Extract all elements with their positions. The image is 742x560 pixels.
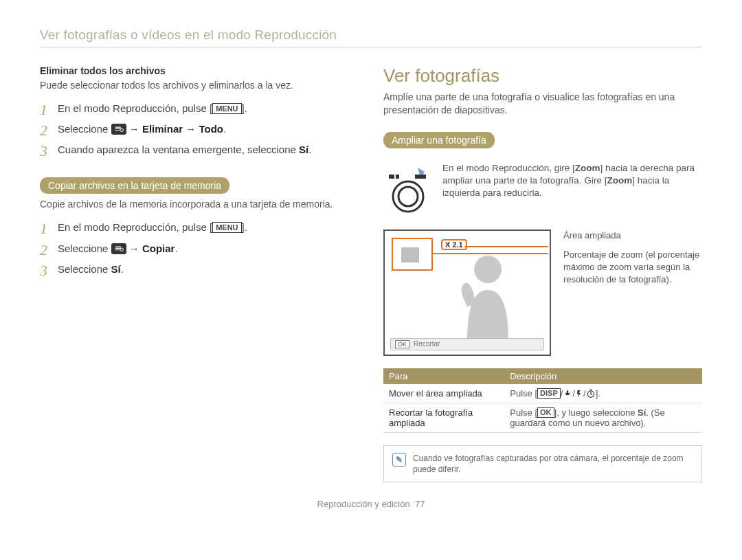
step-text: Seleccione → Copiar. (58, 242, 178, 256)
right-column: Ver fotografías Amplíe una parte de una … (383, 65, 702, 482)
trim-bar: OK Recortar (390, 338, 544, 350)
step-number: 1 (40, 102, 58, 118)
menu-button-icon: MENU (212, 222, 241, 233)
step-text: Seleccione Sí. (58, 262, 124, 276)
zoom-area-indicator (392, 238, 433, 271)
delete-all-steps: 1 En el modo Reproducción, pulse [MENU].… (40, 102, 359, 160)
delete-all-desc: Puede seleccionar todos los archivos y e… (40, 79, 359, 92)
table-row: Recortar la fotografía ampliada Pulse [O… (383, 403, 702, 432)
zoom-area-inner (401, 247, 419, 262)
tool-gear-icon (111, 243, 126, 254)
step-item: 1 En el modo Reproducción, pulse [MENU]. (40, 221, 359, 237)
svg-rect-5 (422, 175, 426, 179)
table-cell: Mover el área ampliada (383, 384, 504, 403)
svg-point-0 (120, 128, 123, 132)
zoom-dial-icon (383, 162, 433, 217)
view-photos-intro: Amplíe una parte de una fotografía o vis… (383, 91, 702, 117)
text: Pulse [ (510, 407, 537, 418)
step-item: 3 Cuando aparezca la ventana emergente, … (40, 143, 359, 159)
enlarge-pill: Ampliar una fotografía (383, 132, 495, 148)
disp-button-icon: DISP (537, 388, 561, 399)
text: . (223, 123, 226, 135)
table-cell: Pulse [OK], y luego seleccione Sí. (Se g… (504, 403, 702, 432)
menu-button-icon: MENU (212, 103, 241, 114)
text: Sí (638, 407, 646, 418)
text: . (175, 243, 177, 254)
text: . (308, 144, 311, 155)
table-row: Mover el área ampliada Pulse [DISP///]. (383, 384, 702, 403)
text: → (183, 123, 199, 135)
area-label: Área ampliada (563, 229, 702, 242)
svg-rect-2 (389, 175, 394, 179)
tool-gear-icon (111, 124, 126, 135)
text: Zoom (575, 163, 600, 173)
footer-label: Reproducción y edición (317, 499, 410, 509)
step-item: 2 Seleccione → Eliminar → Todo. (40, 122, 359, 139)
timer-icon (586, 389, 596, 399)
step-text: Seleccione → Eliminar → Todo. (58, 122, 226, 136)
svg-rect-4 (415, 175, 422, 179)
text: ]. (596, 388, 600, 399)
table-cell: Recortar la fotografía ampliada (383, 403, 504, 432)
manual-page: Ver fotografías o vídeos en el modo Repr… (0, 0, 742, 560)
text: En el modo Reproducción, pulse [ (58, 102, 212, 114)
step-text: En el modo Reproducción, pulse [MENU]. (58, 221, 247, 234)
page-number: 77 (415, 499, 425, 509)
zoom-text: En el modo Reproducción, gire [Zoom] hac… (442, 162, 702, 200)
preview-labels: Área ampliada Porcentaje de zoom (el por… (563, 229, 702, 356)
note-text: Cuando ve fotografías capturadas por otr… (413, 453, 693, 475)
text: Pulse [ (510, 388, 537, 399)
svg-point-7 (398, 187, 418, 206)
text: ]. (242, 221, 247, 233)
step-text: Cuando aparezca la ventana emergente, se… (58, 143, 311, 157)
zoom-percentage-badge: X 2.1 (441, 239, 467, 250)
text: Sí (299, 144, 308, 155)
left-column: Eliminar todos los archivos Puede selecc… (40, 65, 359, 482)
actions-table: Para Descripción Mover el área ampliada … (383, 368, 702, 433)
text: Todo (199, 123, 223, 135)
step-number: 3 (40, 262, 58, 279)
page-footer: Reproducción y edición 77 (40, 499, 702, 509)
delete-all-heading: Eliminar todos los archivos (40, 65, 359, 76)
text: Seleccione (58, 243, 111, 254)
step-item: 1 En el modo Reproducción, pulse [MENU]. (40, 102, 359, 118)
copy-desc: Copie archivos de la memoria incorporada… (40, 198, 359, 211)
text: Copiar (142, 243, 175, 254)
text: → (129, 243, 142, 254)
view-photos-title: Ver fotografías (383, 65, 702, 87)
step-number: 2 (40, 122, 58, 139)
person-silhouette-icon (447, 251, 529, 341)
step-number: 1 (40, 221, 58, 237)
ratio-label: Porcentaje de zoom (el porcentaje máximo… (563, 249, 702, 287)
table-header-row: Para Descripción (383, 368, 702, 384)
text: En el modo Reproducción, gire [ (442, 163, 575, 173)
zoom-instruction: En el modo Reproducción, gire [Zoom] hac… (383, 162, 702, 217)
camera-screen-preview: X 2.1 OK Recortar (383, 229, 551, 356)
ok-mini-icon: OK (395, 340, 409, 348)
svg-point-8 (474, 256, 502, 283)
copy-steps: 1 En el modo Reproducción, pulse [MENU].… (40, 221, 359, 279)
text: Cuando aparezca la ventana emergente, se… (58, 144, 299, 155)
svg-point-1 (120, 247, 123, 251)
text: En el modo Reproducción, pulse [ (58, 221, 212, 233)
table-header: Para (383, 368, 504, 384)
trim-label: Recortar (414, 340, 440, 348)
step-item: 2 Seleccione → Copiar. (40, 242, 359, 258)
macro-icon (563, 389, 572, 399)
text: Zoom (607, 175, 632, 186)
text: → (129, 123, 142, 135)
text: Eliminar (142, 123, 183, 135)
two-column-layout: Eliminar todos los archivos Puede selecc… (40, 65, 702, 482)
ok-button-icon: OK (537, 407, 554, 418)
text: Sí (111, 263, 121, 275)
text: ], y luego seleccione (554, 407, 638, 418)
text: ]. (242, 102, 247, 114)
copy-files-pill: Copiar archivos en la tarjeta de memoria (40, 177, 229, 194)
text: Seleccione (58, 263, 111, 275)
info-icon: ✎ (392, 453, 406, 467)
table-header: Descripción (504, 368, 702, 384)
step-text: En el modo Reproducción, pulse [MENU]. (58, 102, 247, 115)
table-cell: Pulse [DISP///]. (504, 384, 702, 403)
step-number: 3 (40, 143, 58, 159)
step-number: 2 (40, 242, 58, 258)
